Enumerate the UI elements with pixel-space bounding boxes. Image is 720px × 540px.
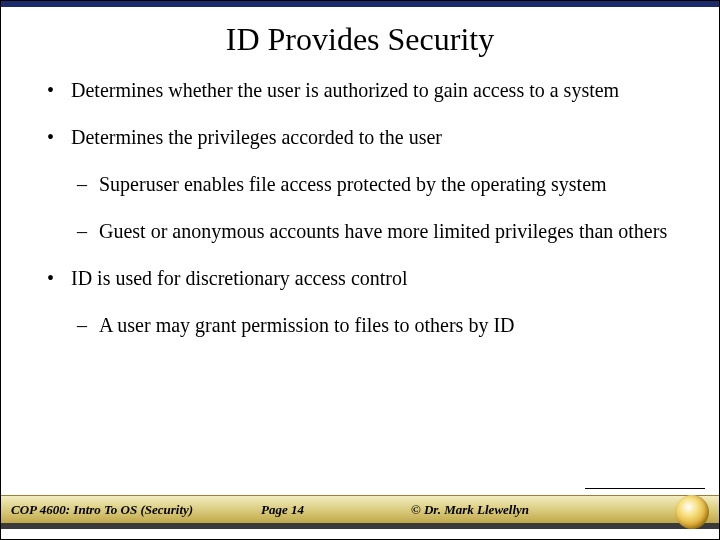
- bullet-marker: [47, 78, 71, 103]
- bullet-text: Determines the privileges accorded to th…: [71, 125, 673, 150]
- footer-bar: COP 4600: Intro To OS (Security) Page 14…: [1, 495, 719, 523]
- bullet-item: Determines the privileges accorded to th…: [47, 125, 673, 150]
- bullet-text: ID is used for discretionary access cont…: [71, 266, 673, 291]
- dash-marker: [77, 172, 99, 197]
- slide-title: ID Provides Security: [1, 21, 719, 58]
- footer-page: Page 14: [261, 502, 411, 518]
- footer-rule: [585, 488, 705, 489]
- bullet-marker: [47, 266, 71, 291]
- ucf-logo-icon: [675, 495, 709, 529]
- footer-course: COP 4600: Intro To OS (Security): [1, 502, 261, 518]
- sub-bullet-item: A user may grant permission to files to …: [77, 313, 673, 338]
- top-accent-bar: [1, 1, 719, 7]
- bullet-item: Determines whether the user is authorize…: [47, 78, 673, 103]
- bullet-text: Guest or anonymous accounts have more li…: [99, 219, 673, 244]
- sub-bullet-item: Superuser enables file access protected …: [77, 172, 673, 197]
- slide-footer: COP 4600: Intro To OS (Security) Page 14…: [1, 495, 719, 539]
- footer-logo: [675, 495, 709, 529]
- bullet-text: Superuser enables file access protected …: [99, 172, 673, 197]
- slide: ID Provides Security Determines whether …: [0, 0, 720, 540]
- dash-marker: [77, 313, 99, 338]
- slide-content: Determines whether the user is authorize…: [1, 78, 719, 338]
- footer-copyright: © Dr. Mark Llewellyn: [411, 502, 719, 518]
- bullet-text: A user may grant permission to files to …: [99, 313, 673, 338]
- sub-bullet-item: Guest or anonymous accounts have more li…: [77, 219, 673, 244]
- footer-bottom-bar: [1, 523, 719, 529]
- bullet-text: Determines whether the user is authorize…: [71, 78, 673, 103]
- bullet-item: ID is used for discretionary access cont…: [47, 266, 673, 291]
- dash-marker: [77, 219, 99, 244]
- bullet-marker: [47, 125, 71, 150]
